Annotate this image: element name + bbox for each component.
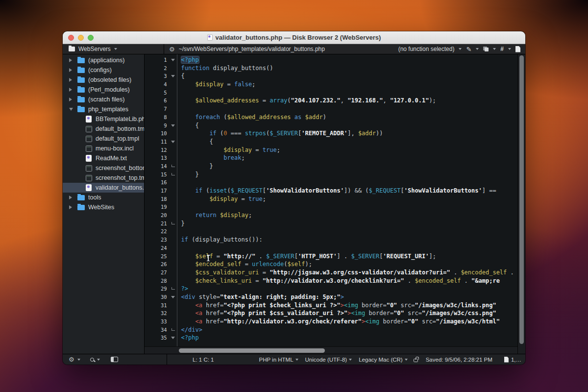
gutter-line[interactable]: 5 xyxy=(145,89,177,98)
gutter-line[interactable]: 34 xyxy=(145,326,177,335)
code-line[interactable]: if (0 === strpos($_SERVER['REMOTE_ADDR']… xyxy=(181,130,517,138)
tree-item-menu-box-incl[interactable]: menu-box.incl xyxy=(63,144,144,153)
code-line[interactable]: $display = false; xyxy=(181,81,517,89)
horizontal-scrollbar[interactable] xyxy=(145,346,517,354)
gutter-line[interactable]: 26 xyxy=(145,261,177,269)
tree-item--scratch-files-[interactable]: (scratch files) xyxy=(63,95,144,104)
code-line[interactable]: $allowed_addresses = array("204.107.232.… xyxy=(181,97,517,105)
tree-item-validator-buttons-php[interactable]: validator_buttons.php xyxy=(63,183,144,193)
chevron-down-icon[interactable] xyxy=(97,359,100,361)
code-line[interactable]: break; xyxy=(181,154,517,163)
gutter-line[interactable]: 18 xyxy=(145,196,177,204)
code-line[interactable]: $self = "http://" . $_SERVER['HTTP_HOST'… xyxy=(181,253,517,261)
gutter-line[interactable]: 12 xyxy=(145,147,177,155)
gutter-line[interactable]: 4 xyxy=(145,81,177,89)
code-line[interactable]: return $display; xyxy=(181,212,517,220)
code-line[interactable]: <div style="text-align: right; padding: … xyxy=(181,294,517,302)
vertical-scrollbar[interactable] xyxy=(517,54,525,354)
gutter-line[interactable]: 22 xyxy=(145,228,177,236)
gear-icon[interactable]: ⚙ xyxy=(69,356,74,363)
tree-item-tools[interactable]: tools xyxy=(63,193,144,202)
code-line[interactable]: <?php xyxy=(181,334,517,343)
gutter-line[interactable]: 16 xyxy=(145,179,177,187)
disclosure-triangle-icon[interactable] xyxy=(69,108,73,111)
gutter-line[interactable]: 19 xyxy=(145,203,177,212)
gear-icon[interactable]: ⚙ xyxy=(169,46,175,52)
code-line[interactable] xyxy=(181,245,517,253)
code-line[interactable] xyxy=(181,179,517,187)
encoding-menu[interactable]: Unicode (UTF-8) xyxy=(305,357,352,363)
code-line[interactable]: $css_validator_uri = "http://jigsaw.w3.o… xyxy=(181,269,517,277)
tree-item-default-top-tmpl[interactable]: default_top.tmpl xyxy=(63,134,144,144)
tree-item-screenshot-bottom-tmpl[interactable]: screenshot_bottom.tmpl xyxy=(63,163,144,173)
chevron-down-icon[interactable] xyxy=(476,48,479,50)
code-line[interactable]: $display = true; xyxy=(181,147,517,155)
sidebar-toggle-icon[interactable] xyxy=(111,357,118,362)
code-line[interactable] xyxy=(181,228,517,236)
gutter-line[interactable]: 27 xyxy=(145,269,177,277)
gutter-line[interactable]: 3 xyxy=(145,73,177,81)
code-line[interactable]: { xyxy=(181,73,517,81)
disclosure-triangle-icon[interactable] xyxy=(69,88,72,92)
fold-open-icon[interactable] xyxy=(171,141,175,143)
gutter-line[interactable]: 31 xyxy=(145,302,177,310)
function-selector[interactable]: (no function selected) xyxy=(398,46,455,52)
chevron-down-icon[interactable] xyxy=(493,48,496,50)
gutter-line[interactable]: 7 xyxy=(145,105,177,114)
code-line[interactable]: { xyxy=(181,122,517,130)
gutter-line[interactable]: 24 xyxy=(145,245,177,253)
fold-open-icon[interactable] xyxy=(171,337,175,339)
tree-item--obsoleted-files-[interactable]: (obsoleted files) xyxy=(63,75,144,85)
disclosure-triangle-icon[interactable] xyxy=(69,98,72,101)
fold-open-icon[interactable] xyxy=(171,124,175,127)
gutter-line[interactable]: 25 xyxy=(145,253,177,261)
gutter-line[interactable]: 35 xyxy=(145,334,177,343)
disclosure-triangle-icon[interactable] xyxy=(69,78,72,82)
search-icon[interactable] xyxy=(90,358,94,362)
pencil-icon[interactable]: ✎ xyxy=(466,46,471,52)
code-line[interactable]: if (display_buttons()): xyxy=(181,236,517,245)
code-line[interactable]: $check_links_uri = "http://validator.w3.… xyxy=(181,277,517,286)
code-line[interactable]: function display_buttons() xyxy=(181,65,517,73)
tree-item-php-templates[interactable]: php_templates xyxy=(63,104,144,114)
code-line[interactable]: ?> xyxy=(181,285,517,294)
language-menu[interactable]: PHP in HTML xyxy=(259,357,298,363)
gutter-line[interactable]: 6 xyxy=(145,97,177,105)
gutter-line[interactable]: 10 xyxy=(145,130,177,138)
fold-end-icon[interactable] xyxy=(172,222,175,224)
gutter-line[interactable]: 28 xyxy=(145,277,177,286)
code-line[interactable]: { xyxy=(181,138,517,147)
fold-open-icon[interactable] xyxy=(171,59,175,61)
tree-item-websites[interactable]: WebSites xyxy=(63,202,144,212)
gutter-line[interactable]: 20 xyxy=(145,212,177,220)
tree-item-screenshot-top-tmpl[interactable]: screenshot_top.tmpl xyxy=(63,173,144,183)
code-line[interactable] xyxy=(181,203,517,212)
fold-open-icon[interactable] xyxy=(171,75,175,77)
tree-item--configs-[interactable]: (configs) xyxy=(63,65,144,75)
chevron-down-icon[interactable] xyxy=(77,359,80,361)
lock-icon[interactable] xyxy=(414,359,418,362)
disclosure-triangle-icon[interactable] xyxy=(69,58,72,62)
horizontal-scrollbar-thumb[interactable] xyxy=(179,348,325,353)
code-line[interactable]: <a href="<?php print $check_links_uri ?>… xyxy=(181,302,517,310)
root-folder-menu[interactable]: WebServers xyxy=(63,44,164,54)
tree-item--applications-[interactable]: (applications) xyxy=(63,55,144,65)
gutter-line[interactable]: 30 xyxy=(145,294,177,302)
code-line[interactable]: <a href="http://validator.w3.org/check/r… xyxy=(181,318,517,326)
gutter-line[interactable]: 21 xyxy=(145,220,177,228)
fold-end-icon[interactable] xyxy=(172,287,175,290)
gutter-line[interactable]: 29 xyxy=(145,285,177,294)
code-line[interactable]: <a href="<?php print $css_validator_uri … xyxy=(181,310,517,318)
fold-open-icon[interactable] xyxy=(171,296,175,298)
gutter-line[interactable]: 17 xyxy=(145,187,177,196)
gutter-line[interactable]: 13 xyxy=(145,154,177,163)
tree-item-readme-txt[interactable]: ReadMe.txt xyxy=(63,153,144,163)
code-line[interactable]: } xyxy=(181,163,517,171)
gutter-line[interactable]: 32 xyxy=(145,310,177,318)
code-line[interactable]: if (isset($_REQUEST['ShowValidatorButton… xyxy=(181,187,517,196)
gutter-line[interactable]: 1 xyxy=(145,56,177,65)
minimize-button[interactable] xyxy=(78,35,84,41)
disclosure-triangle-icon[interactable] xyxy=(69,205,72,209)
gutter-line[interactable]: 23 xyxy=(145,236,177,245)
document-icon[interactable] xyxy=(515,46,520,52)
